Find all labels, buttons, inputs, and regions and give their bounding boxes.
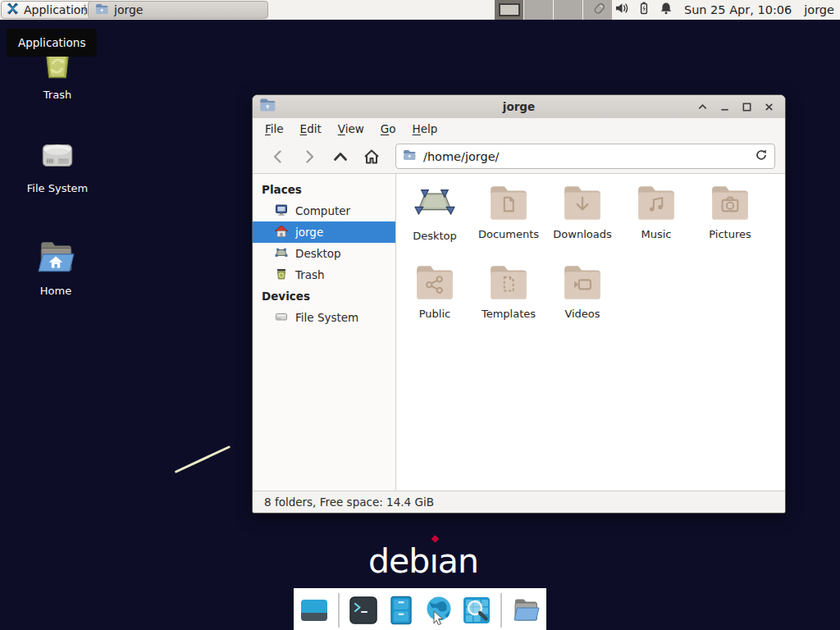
window-titlebar[interactable]: jorge <box>253 95 785 118</box>
hard-drive-icon <box>275 310 288 326</box>
bottom-dock <box>294 588 546 630</box>
sidebar-header-devices: Devices <box>253 285 395 307</box>
window-content: Places Computer <box>253 173 785 491</box>
file-manager-window: jorge File Edit View Go Help <box>252 94 786 514</box>
web-browser-icon[interactable] <box>422 594 455 627</box>
sidebar-item-trash[interactable]: Trash <box>253 264 395 285</box>
terminal-icon[interactable] <box>347 594 380 627</box>
file-cabinet-icon[interactable] <box>385 594 418 627</box>
folder-item-videos[interactable]: Videos <box>546 263 619 343</box>
file-grid: Desktop Documents <box>396 174 785 491</box>
hard-drive-icon <box>37 135 78 177</box>
menu-file[interactable]: File <box>257 122 292 135</box>
notifications-bell-icon[interactable] <box>659 1 673 19</box>
taskbar-window-button[interactable]: jorge <box>88 1 268 19</box>
folder-item-desktop[interactable]: Desktop <box>398 184 472 263</box>
desktop-icon-home[interactable]: Home <box>16 237 95 297</box>
sidebar-item-desktop[interactable]: Desktop <box>253 243 395 264</box>
desktop-special-icon <box>413 184 457 226</box>
cursor-line-artifact <box>175 445 231 473</box>
desktop-icon-label: Trash <box>43 89 71 101</box>
panel-grip-handle[interactable] <box>83 3 87 16</box>
menubar: File Edit View Go Help <box>253 118 785 139</box>
desktop-icon-file-system[interactable]: File System <box>18 135 97 194</box>
menu-help[interactable]: Help <box>404 122 446 135</box>
home-button[interactable] <box>358 144 385 169</box>
downloads-folder-icon <box>562 184 603 225</box>
templates-folder-icon <box>488 263 529 304</box>
debian-logo: debı◆an <box>366 541 481 581</box>
folder-icon <box>403 148 416 164</box>
debian-logo-dot: ◆ <box>431 532 438 544</box>
folder-icon <box>95 3 108 17</box>
path-input[interactable] <box>422 149 749 164</box>
sidebar: Places Computer <box>253 174 396 491</box>
desktop: Applications jorge <box>0 0 840 630</box>
desktop-icon <box>275 246 288 262</box>
xfce-menu-icon <box>6 2 20 18</box>
trash-icon <box>275 267 288 283</box>
folder-item-music[interactable]: Music <box>619 184 693 263</box>
statusbar: 8 folders, Free space: 14.4 GiB <box>253 491 785 513</box>
computer-icon <box>275 203 288 219</box>
reload-icon[interactable] <box>755 148 768 165</box>
taskbar-window-label: jorge <box>114 3 143 16</box>
sidebar-item-jorge[interactable]: jorge <box>253 221 395 243</box>
battery-charging-icon[interactable] <box>637 1 651 19</box>
sidebar-item-computer[interactable]: Computer <box>253 200 395 221</box>
application-finder-icon[interactable] <box>460 594 493 627</box>
music-folder-icon <box>636 184 677 225</box>
folder-item-public[interactable]: Public <box>398 263 472 343</box>
sidebar-item-file-system[interactable]: File System <box>253 307 395 328</box>
public-folder-icon <box>414 263 455 304</box>
back-button[interactable] <box>264 144 291 169</box>
videos-folder-icon <box>562 263 603 304</box>
volume-icon[interactable] <box>614 1 629 19</box>
workspace-2[interactable] <box>523 0 553 20</box>
panel-clock[interactable]: Sun 25 Apr, 10:06 <box>684 3 792 16</box>
toolbar <box>253 139 785 173</box>
workspace-3[interactable] <box>553 0 582 20</box>
dock-separator <box>500 593 502 628</box>
top-panel: Applications jorge <box>0 0 840 20</box>
close-button[interactable] <box>763 101 774 112</box>
menu-view[interactable]: View <box>330 122 372 135</box>
path-bar[interactable] <box>395 144 775 169</box>
mouse-icon[interactable] <box>591 1 607 20</box>
minimize-button[interactable] <box>719 101 730 112</box>
folder-item-templates[interactable]: Templates <box>472 263 546 343</box>
folder-item-documents[interactable]: Documents <box>472 184 546 263</box>
folder-item-downloads[interactable]: Downloads <box>546 184 619 263</box>
show-desktop-icon[interactable] <box>298 594 331 627</box>
window-controls <box>696 101 785 112</box>
folder-item-pictures[interactable]: Pictures <box>693 184 767 263</box>
menu-go[interactable]: Go <box>372 122 404 135</box>
status-text: 8 folders, Free space: 14.4 GiB <box>264 495 434 509</box>
desktop-icon-label: Home <box>40 285 71 297</box>
workspace-1[interactable] <box>495 0 523 20</box>
user-home-icon <box>275 225 288 240</box>
up-button[interactable] <box>326 144 354 169</box>
maximize-button[interactable] <box>741 101 752 112</box>
pictures-folder-icon <box>710 184 751 225</box>
forward-button[interactable] <box>295 144 322 169</box>
dock-separator <box>338 593 340 628</box>
panel-right-area: Sun 25 Apr, 10:06 jorge <box>591 0 834 20</box>
applications-tooltip: Applications <box>7 29 97 57</box>
workspace-window-preview <box>499 3 520 16</box>
panel-username[interactable]: jorge <box>804 3 834 16</box>
menu-edit[interactable]: Edit <box>292 122 330 135</box>
directory-menu-icon[interactable] <box>509 594 542 627</box>
shade-button[interactable] <box>696 101 708 112</box>
system-tray <box>591 1 673 20</box>
sidebar-header-places: Places <box>253 179 395 200</box>
documents-folder-icon <box>488 184 529 225</box>
desktop-icon-label: File System <box>27 182 88 194</box>
home-folder-icon <box>34 237 77 280</box>
